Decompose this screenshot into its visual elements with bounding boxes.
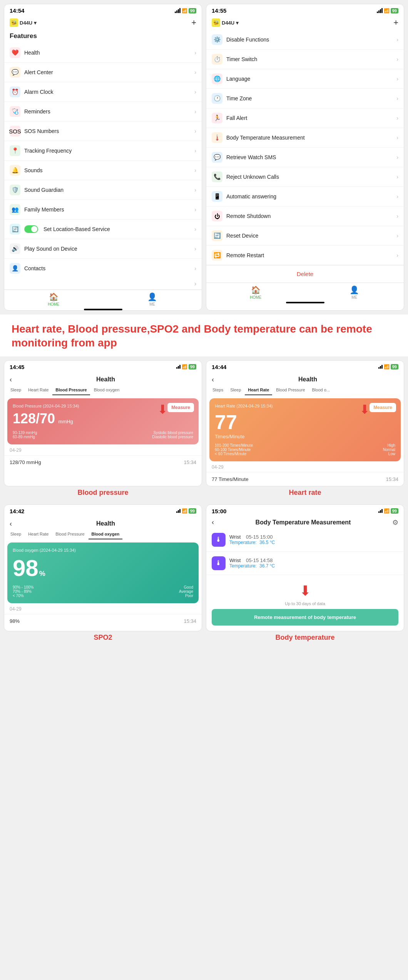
chevron-location: › — [194, 226, 196, 232]
me-icon-2: 👤 — [349, 285, 359, 294]
app-header-2: 🐝 D44U ▾ + — [206, 15, 404, 30]
menu-item-remoterestart[interactable]: 🔁 Remote Restart › — [206, 246, 404, 265]
chevron-rejectcalls: › — [396, 174, 398, 180]
bp-range-left: 90-139 mmHg 60-89 mmHg — [13, 431, 37, 439]
menu-item-retrievesms[interactable]: 💬 Retrieve Watch SMS › — [206, 148, 404, 167]
health-header-bp: ‹ Health — [4, 372, 202, 385]
caption-row-2: SPO2 Body temperature — [0, 631, 408, 646]
menu-item-timer[interactable]: ⏱️ Timer Switch › — [206, 50, 404, 69]
menu-item-fall[interactable]: 🏃 Fall Alert › — [206, 108, 404, 128]
alert-label: Alert Center — [24, 69, 194, 75]
dropdown-arrow-1[interactable]: ▾ — [34, 20, 37, 26]
tab-bloodpressure-bp[interactable]: Blood Pressure — [52, 385, 90, 395]
nav-home-2[interactable]: 🏠 HOME — [206, 285, 305, 299]
menu-item-alert[interactable]: 💬 Alert Center › — [4, 63, 202, 82]
measure-btn-bp[interactable]: Measure — [167, 403, 194, 412]
menu-item-bodytemp[interactable]: 🌡️ Body Temperature Measurement › — [206, 128, 404, 148]
back-btn-hr[interactable]: ‹ — [212, 376, 214, 384]
bp-data-time: 15:34 — [184, 459, 196, 465]
menu-item-playsound[interactable]: 🔊 Play Sound on Device › — [4, 239, 202, 259]
dropdown-arrow-2[interactable]: ▾ — [236, 20, 239, 26]
menu-item-tracking[interactable]: 📍 Tracking Frequency › — [4, 141, 202, 161]
caption-hr: Heart rate — [206, 489, 404, 497]
back-btn-bp[interactable]: ‹ — [10, 376, 12, 384]
menu-item-rejectcalls[interactable]: 📞 Reject Unknown Calls › — [206, 167, 404, 187]
tab-sleep-bo[interactable]: Sleep — [7, 529, 24, 539]
time-bo: 14:42 — [10, 508, 24, 514]
bp-diastolic-label: Diastolic blood pressure — [152, 435, 193, 439]
status-icons-2: 📶 99 — [377, 8, 398, 13]
playsound-label: Play Sound on Device — [24, 246, 194, 252]
status-icons-hr: 📶 99 — [378, 364, 398, 369]
hr-data-time: 15:34 — [386, 476, 398, 482]
tab-heartrate-hr[interactable]: Heart Rate — [245, 385, 272, 395]
back-btn-bo[interactable]: ‹ — [10, 520, 12, 528]
menu-item-autoanswer[interactable]: 📱 Automatic answering › — [206, 187, 404, 206]
wifi-hr: 📶 — [384, 364, 390, 369]
nav-me-1[interactable]: 👤 ME — [103, 292, 202, 306]
top-section: 14:54 📶 99 🐝 D44U ▾ + Features — [0, 0, 408, 314]
nav-me-2[interactable]: 👤 ME — [305, 285, 404, 299]
chevron-health: › — [194, 50, 196, 56]
menu-item-disable[interactable]: ⚙️ Disable Functions › — [206, 30, 404, 50]
bp-systolic-label: Systolic blood pressure — [152, 431, 193, 435]
hr-high-label: High — [387, 443, 395, 448]
menu-item-alarm[interactable]: ⏰ Alarm Clock › — [4, 82, 202, 102]
delete-button[interactable]: Delete — [206, 265, 404, 283]
tab-sleep-bp[interactable]: Sleep — [7, 385, 24, 395]
menu-item-timezone[interactable]: 🕐 Time Zone › — [206, 89, 404, 108]
gear-icon-bt[interactable]: ⚙ — [392, 518, 398, 527]
reset-label: Reset Device — [226, 233, 396, 239]
chevron-reset: › — [396, 233, 398, 239]
hr-unit: Times/Minute — [215, 434, 395, 439]
tab-sleep-hr[interactable]: Sleep — [227, 385, 244, 395]
bo-poor-label: Poor — [185, 594, 193, 598]
home-label-1: HOME — [48, 302, 59, 306]
chevron-guardian: › — [194, 187, 196, 193]
menu-item-shutdown[interactable]: ⏻ Remote Shutdown › — [206, 206, 404, 226]
menu-item-reset[interactable]: 🔄 Reset Device › — [206, 226, 404, 246]
menu-item-sos[interactable]: SOS SOS Numbers › — [4, 121, 202, 141]
hr-title: Heart Rate — [215, 404, 235, 408]
hr-data-value: 77 Times/Minute — [212, 476, 248, 482]
tab-heartrate-bp[interactable]: Heart Rate — [25, 385, 52, 395]
more-chevron[interactable]: › — [194, 280, 196, 287]
tab-bloodo-hr[interactable]: Blood o... — [309, 385, 333, 395]
add-button-2[interactable]: + — [393, 18, 398, 28]
measure-btn-hr[interactable]: Measure — [370, 403, 396, 412]
status-icons-bp: 📶 99 — [176, 364, 196, 369]
nav-home-1[interactable]: 🏠 HOME — [4, 292, 103, 306]
add-button-1[interactable]: + — [191, 18, 196, 28]
menu-item-language[interactable]: 🌐 Language › — [206, 69, 404, 89]
location-toggle[interactable] — [24, 225, 38, 233]
health-title-bo: Health — [15, 520, 196, 527]
menu-item-sounds[interactable]: 🔔 Sounds › — [4, 161, 202, 180]
temp-val-2: Temperature: 36.7 °C — [229, 563, 398, 569]
bo-data-time: 15:34 — [184, 618, 196, 624]
menu-item-family[interactable]: 👥 Family Members › — [4, 200, 202, 220]
menu-item-contacts[interactable]: 👤 Contacts › — [4, 259, 202, 278]
menu-item-guardian[interactable]: 🛡️ Sound Guardian › — [4, 180, 202, 200]
reminders-icon: 🩺 — [10, 106, 20, 117]
menu-item-health[interactable]: ❤️ Health › — [4, 43, 202, 63]
chevron-timezone: › — [396, 95, 398, 101]
signal-bars-hr — [378, 365, 383, 369]
signal-bar-4 — [179, 8, 181, 13]
contacts-icon: 👤 — [10, 263, 20, 274]
down-arrow-icon: ⬇ — [299, 583, 311, 599]
menu-item-location[interactable]: 🔄 Set Location-Based Service › — [4, 220, 202, 239]
remote-measure-button[interactable]: Remote measurement of body temperature — [212, 609, 398, 626]
tab-bloodpressure-bo[interactable]: Blood Pressure — [52, 529, 87, 539]
tab-heartrate-bo[interactable]: Heart Rate — [25, 529, 52, 539]
rejectcalls-icon: 📞 — [212, 171, 222, 182]
hr-range-low: < 60 Times/Minute Low — [215, 452, 395, 456]
temp-details-1: Wrist 05-15 15:00 Temperature: 36.5 °C — [229, 534, 398, 545]
tab-steps-hr[interactable]: Steps — [209, 385, 226, 395]
temp-loc-2: Wrist — [229, 557, 241, 563]
tab-bloodoxygen-bp[interactable]: Blood oxygen — [91, 385, 123, 395]
tab-bloodpressure-hr[interactable]: Blood Pressure — [273, 385, 308, 395]
bo-date: (2024-04-29 15:34) — [40, 548, 76, 552]
menu-item-reminders[interactable]: 🩺 Reminders › — [4, 102, 202, 121]
tab-bloodoxygen-bo[interactable]: Blood oxygen — [89, 529, 123, 539]
app-logo-2: 🐝 D44U ▾ — [212, 18, 239, 27]
